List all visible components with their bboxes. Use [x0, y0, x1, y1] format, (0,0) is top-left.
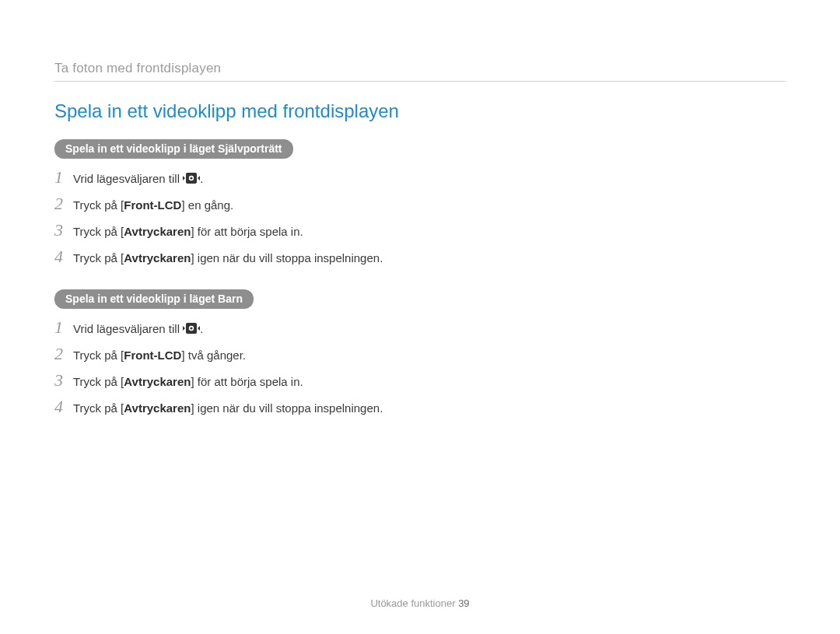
breadcrumb: Ta foton med frontdisplayen — [54, 61, 786, 76]
section-self-portrait: Spela in ett videoklipp i läget Självpor… — [54, 139, 420, 268]
steps-list: Vrid lägesväljaren till . Tryck på [Fron… — [54, 320, 420, 418]
step-text-post: ] två gånger. — [181, 349, 246, 362]
step: Tryck på [Front-LCD] en gång. — [54, 196, 420, 215]
step-text-post: . — [200, 322, 203, 335]
video-icon — [183, 173, 200, 184]
step-text-post: . — [200, 172, 203, 185]
step: Tryck på [Avtryckaren] för att börja spe… — [54, 222, 420, 241]
step: Tryck på [Avtryckaren] för att börja spe… — [54, 373, 420, 391]
step-text-pre: Tryck på [ — [73, 225, 124, 238]
step-text-pre: Vrid lägesväljaren till — [73, 172, 183, 185]
step-text-pre: Tryck på [ — [73, 349, 124, 362]
step-text-post: ] för att börja spela in. — [191, 375, 303, 388]
step: Tryck på [Front-LCD] två gånger. — [54, 346, 420, 365]
svg-point-3 — [191, 177, 193, 179]
step-text-pre: Tryck på [ — [73, 401, 124, 415]
step-bold: Avtryckaren — [124, 375, 191, 388]
page: Ta foton med frontdisplayen Spela in ett… — [0, 0, 840, 634]
step-bold: Avtryckaren — [124, 401, 191, 415]
step: Tryck på [Avtryckaren] igen när du vill … — [54, 399, 420, 418]
step-text-pre: Tryck på [ — [73, 198, 124, 212]
video-icon — [183, 323, 200, 334]
section-pill: Spela in ett videoklipp i läget Barn — [54, 289, 254, 309]
step-text-pre: Tryck på [ — [73, 251, 124, 264]
svg-marker-0 — [183, 176, 185, 180]
step-bold: Avtryckaren — [124, 251, 191, 264]
step-bold: Avtryckaren — [124, 225, 191, 238]
step: Vrid lägesväljaren till . — [54, 320, 420, 338]
page-title: Spela in ett videoklipp med frontdisplay… — [54, 100, 786, 122]
step-text-pre: Tryck på [ — [73, 375, 124, 388]
steps-list: Vrid lägesväljaren till . Tryck på [Fron… — [54, 170, 420, 268]
step-text-post: ] en gång. — [181, 198, 233, 212]
section-child: Spela in ett videoklipp i läget Barn Vri… — [54, 289, 420, 418]
step-text-post: ] igen när du vill stoppa inspelningen. — [191, 401, 383, 415]
step-text-pre: Vrid lägesväljaren till — [73, 322, 183, 335]
step-bold: Front-LCD — [124, 349, 181, 362]
step-bold: Front-LCD — [124, 198, 181, 212]
content-column: Spela in ett videoklipp i läget Självpor… — [54, 139, 420, 418]
step-text-post: ] för att börja spela in. — [191, 225, 303, 238]
footer: Utökade funktioner 39 — [0, 597, 840, 609]
page-number: 39 — [458, 597, 469, 609]
svg-marker-5 — [183, 326, 185, 331]
svg-point-8 — [191, 327, 193, 329]
divider — [54, 81, 786, 82]
step: Tryck på [Avtryckaren] igen när du vill … — [54, 249, 420, 268]
section-pill: Spela in ett videoklipp i läget Självpor… — [54, 139, 293, 159]
step-text-post: ] igen när du vill stoppa inspelningen. — [191, 251, 383, 264]
footer-label: Utökade funktioner — [370, 597, 455, 609]
step: Vrid lägesväljaren till . — [54, 170, 420, 188]
